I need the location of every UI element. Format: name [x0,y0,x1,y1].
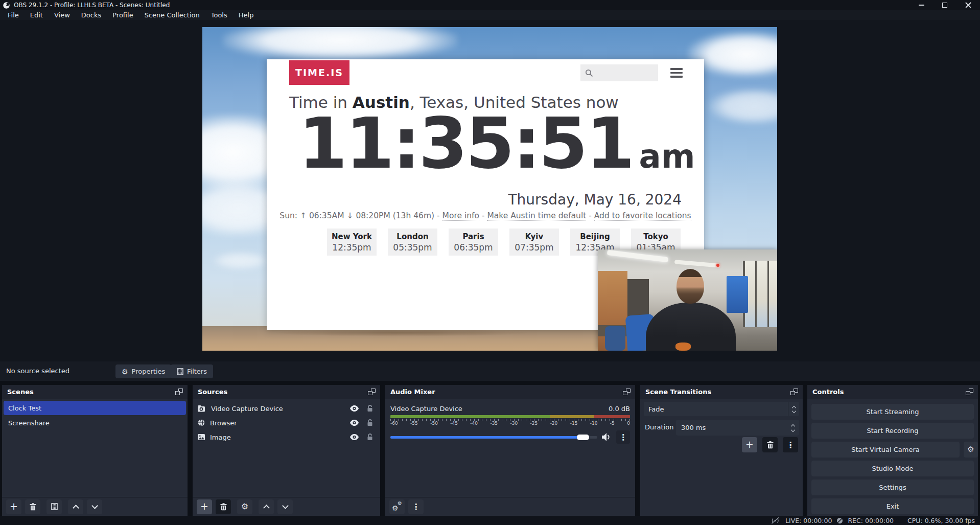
chevron-down-icon[interactable] [791,428,795,432]
virtual-camera-settings-button[interactable]: ⚙ [964,442,978,458]
filters-label: Filters [187,368,207,375]
popout-icon[interactable] [368,389,376,395]
volume-meter [390,415,630,418]
volume-slider-handle[interactable] [577,435,589,440]
sun-info-line: Sun: ↑ 06:35AM ↓ 08:20PM (13h 46m) - Mor… [267,211,704,220]
kebab-icon: ⋮ [412,502,420,512]
remove-transition-button[interactable] [762,437,778,452]
minimize-button[interactable] [909,0,933,10]
stream-inactive-icon [771,517,781,524]
scene-filters-button[interactable] [46,499,62,514]
city-time: 06:35pm [454,242,493,253]
start-virtual-camera-button[interactable]: Start Virtual Camera [811,442,960,458]
hamburger-menu-icon [670,68,683,78]
scene-item-clock-test[interactable]: Clock Test [4,401,186,415]
exit-button[interactable]: Exit [811,498,974,514]
popout-icon[interactable] [790,389,798,395]
menu-bar: File Edit View Docks Profile Scene Colle… [0,10,980,20]
add-favorite-link: Add to favorite locations [594,211,691,221]
source-label: Browser [210,419,237,427]
close-button[interactable] [956,0,980,10]
lock-icon[interactable] [367,405,373,412]
popout-icon[interactable] [175,389,183,395]
status-bar: LIVE: 00:00:00 REC: 00:00:00 CPU: 0.6%, … [0,516,980,525]
transition-select[interactable]: Fade [644,402,799,416]
city-time: 12:35pm [332,242,371,253]
sources-dock: Sources Video Capture Device Browser [193,385,380,516]
volume-slider[interactable] [390,436,597,439]
move-source-up-button[interactable] [259,499,274,514]
menu-edit[interactable]: Edit [25,11,49,19]
transitions-dock-header: Scene Transitions [640,385,803,399]
menu-docks[interactable]: Docks [76,11,107,19]
start-streaming-button[interactable]: Start Streaming [811,404,974,420]
separator: - [479,211,487,220]
menu-profile[interactable]: Profile [107,11,138,19]
popout-icon[interactable] [966,389,973,395]
lock-icon[interactable] [367,419,373,426]
double-gear-icon: ⚙⚙ [392,502,402,511]
scene-item-screenshare[interactable]: Screenshare [4,416,186,430]
scene-transitions-dock: Scene Transitions Fade Duration 300 ms +… [640,385,803,516]
live-time: LIVE: 00:00:00 [785,517,832,524]
source-label: Video Capture Device [211,405,283,413]
source-toolbar: No source selected ⚙ Properties Filters [0,361,980,381]
cpu-fps-stats: CPU: 0.6%, 30.00 fps [907,517,975,524]
ceiling-light [607,250,668,263]
transition-properties-button[interactable]: ⋮ [783,437,798,452]
search-input [580,64,658,81]
scale-label: -10 [590,421,598,426]
settings-button[interactable]: Settings [811,480,974,495]
window-controls [909,0,980,10]
window-title: OBS 29.1.2 - Profile: LLHLS BETA - Scene… [14,2,170,9]
add-transition-button[interactable]: + [742,437,757,452]
mixer-dock-header: Audio Mixer [385,385,635,399]
duration-spinbox[interactable]: 300 ms [676,420,799,436]
scale-label: -40 [470,421,478,426]
move-source-down-button[interactable] [277,499,293,514]
mixer-menu-button[interactable]: ⋮ [408,499,424,514]
popout-icon[interactable] [623,389,631,395]
office-window [743,261,777,327]
scene-preview[interactable]: TIME.IS Time in Austin, Texas, United St… [202,27,777,351]
filter-icon [51,503,58,510]
remove-scene-button[interactable] [25,499,40,514]
source-list: Video Capture Device Browser Image [193,399,380,444]
source-item-image[interactable]: Image [193,430,380,444]
trash-icon [30,503,36,511]
move-scene-down-button[interactable] [87,499,102,514]
menu-help[interactable]: Help [233,11,260,19]
move-scene-up-button[interactable] [68,499,83,514]
source-item-browser[interactable]: Browser [193,416,380,430]
add-scene-button[interactable]: + [6,499,21,514]
city-name: Tokyo [643,232,668,241]
obs-logo-icon [3,2,10,9]
visibility-eye-icon[interactable] [350,420,359,426]
remove-source-button[interactable] [216,499,231,514]
mixer-channel-menu-button[interactable]: ⋮ [616,430,630,444]
menu-view[interactable]: View [49,11,76,19]
city-paris: Paris06:35pm [449,229,498,256]
source-item-video-capture[interactable]: Video Capture Device [193,401,380,416]
lock-icon[interactable] [367,433,373,441]
filters-button[interactable]: Filters [171,364,213,378]
trash-icon [220,503,227,511]
maximize-button[interactable] [933,0,956,10]
add-source-button[interactable]: + [197,499,212,514]
scene-list: Clock Test Screenshare [2,399,188,430]
visibility-eye-icon[interactable] [350,405,359,412]
advanced-audio-button[interactable]: ⚙⚙ [389,499,405,514]
studio-mode-button[interactable]: Studio Mode [811,461,974,476]
menu-scene-collection[interactable]: Scene Collection [139,11,205,19]
menu-tools[interactable]: Tools [205,11,233,19]
scenes-dock-title: Scenes [7,388,34,396]
visibility-eye-icon[interactable] [350,434,359,440]
properties-button[interactable]: ⚙ Properties [115,364,171,378]
search-icon [585,69,593,77]
start-recording-button[interactable]: Start Recording [811,423,974,439]
menu-file[interactable]: File [2,11,25,19]
speaker-icon[interactable] [602,433,612,441]
source-properties-button[interactable]: ⚙ [237,499,252,514]
sources-dock-title: Sources [198,388,227,396]
rec-time: REC: 00:00:00 [848,517,894,524]
